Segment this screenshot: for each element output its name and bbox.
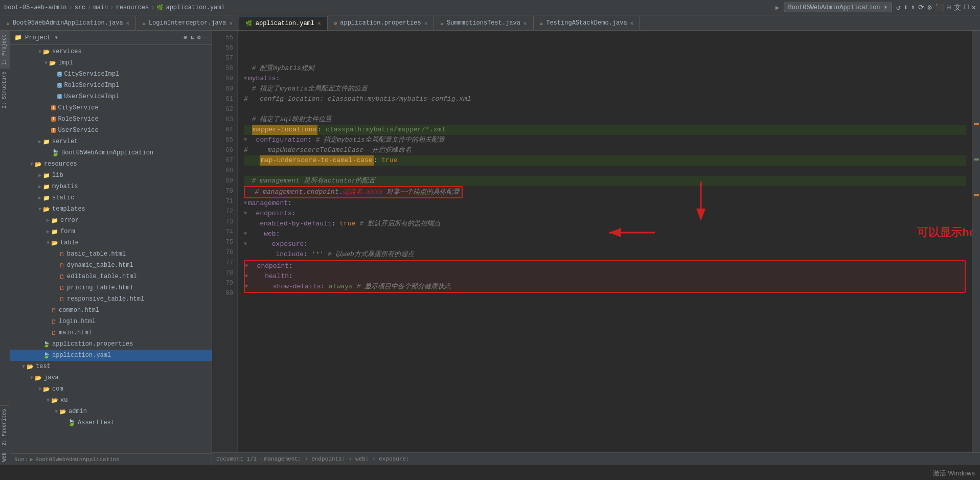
close-tab-boot05[interactable]: ✕: [126, 20, 130, 27]
close-tab-summy[interactable]: ✕: [523, 20, 527, 27]
file-tree: ▼ 📂 services ▼ 📂 Impl C CityServiceImpl: [10, 45, 212, 453]
maximize-icon[interactable]: □: [964, 3, 968, 12]
download-icon[interactable]: ⬇: [903, 3, 907, 12]
tab-yaml[interactable]: 🌿 application.yaml ✕: [239, 16, 328, 30]
tree-pricing-table[interactable]: 🗋 pricing_table.html: [10, 282, 212, 293]
tree-dynamic-table[interactable]: 🗋 dynamic_table.html: [10, 260, 212, 271]
upload-icon[interactable]: ⬆: [911, 3, 915, 12]
tree-roleimpl[interactable]: C RoleServiceImpl: [10, 80, 212, 91]
close-tab-yaml[interactable]: ✕: [317, 20, 321, 27]
folder-icon-xu: 📂: [51, 397, 58, 404]
breadcrumb-part-1[interactable]: boot-05-web-admin: [4, 4, 66, 11]
tree-cityimpl[interactable]: C CityServiceImpl: [10, 68, 212, 80]
tree-boot05app[interactable]: 🍃 Boot05WebAdminApplication: [10, 147, 212, 158]
breadcrumb-part-3[interactable]: main: [93, 4, 108, 11]
tab-label-login: LoginInterceptor.java: [149, 19, 226, 27]
tree-xu[interactable]: ▼ 📂 xu: [10, 395, 212, 406]
label-pricing-table: pricing_table.html: [67, 284, 133, 291]
close-icon[interactable]: ✕: [972, 3, 976, 12]
code-line-76: include: '*' # 以web方式暴露所有的端点: [244, 249, 966, 260]
tree-asserttest[interactable]: 🍃 AssertTest: [10, 417, 212, 428]
app-name-badge[interactable]: Boot05WebAdminApplication ▾: [784, 3, 892, 12]
fold-74[interactable]: ▼: [244, 229, 247, 239]
code-content[interactable]: # 配置mybatis规则 ▼ mybatis: # 指定了mybatis全局配…: [238, 31, 972, 452]
minimize-icon[interactable]: ⊟: [947, 3, 951, 12]
structure-tab[interactable]: 2: Structure: [0, 68, 10, 111]
top-bar: boot-05-web-admin › src › main › resourc…: [0, 0, 980, 15]
tree-editable-table[interactable]: 🗋 editable_table.html: [10, 271, 212, 282]
tree-java[interactable]: ▼ 📂 java: [10, 372, 212, 383]
breadcrumb-part-4[interactable]: resources: [116, 4, 149, 11]
fold-72[interactable]: ▼: [244, 209, 247, 219]
tree-roleservice[interactable]: I RoleService: [10, 113, 212, 125]
sep1: ›: [69, 4, 72, 11]
key-enabled: enabled-by-default: [260, 219, 331, 229]
settings-icon[interactable]: ⚙: [197, 34, 201, 41]
breadcrumb-part-5[interactable]: application.yaml: [166, 4, 224, 11]
tree-login-html[interactable]: 🗋 login.html: [10, 316, 212, 327]
fold-65[interactable]: ▼: [244, 135, 247, 145]
tree-userimpl[interactable]: C UserServiceImpl: [10, 91, 212, 102]
fold-77[interactable]: ▼: [245, 261, 248, 271]
fold-78[interactable]: ▼: [245, 271, 248, 282]
close-tab-login[interactable]: ✕: [229, 20, 233, 27]
folder-icon-resources: 📂: [35, 161, 42, 168]
close-tab-testing[interactable]: ✕: [630, 20, 634, 27]
tree-mybatis[interactable]: ▶ 📁 mybatis: [10, 181, 212, 192]
fold-71[interactable]: ▼: [244, 198, 247, 209]
fold-59[interactable]: ▼: [244, 74, 247, 84]
project-tab[interactable]: 1: Project: [0, 31, 10, 68]
tree-main-html[interactable]: 🗋 main.html: [10, 327, 212, 338]
java-icon-3: ☕: [440, 20, 444, 27]
label-mybatis: mybatis: [52, 183, 78, 190]
close-tab-properties[interactable]: ✕: [424, 20, 428, 27]
tree-admin[interactable]: ▼ 📂 admin: [10, 406, 212, 417]
tab-summy[interactable]: ☕ SummmptionsTest.java ✕: [434, 16, 533, 30]
tab-label-properties: application.properties: [340, 19, 421, 27]
tree-com[interactable]: ▼ 📂 com: [10, 383, 212, 395]
label-cityservice: CityService: [58, 104, 98, 111]
tree-app-yaml[interactable]: 🍃 application.yaml: [10, 350, 212, 361]
run-app-name[interactable]: Boot05WebAdminApplication: [35, 456, 120, 463]
tree-impl[interactable]: ▼ 📂 Impl: [10, 57, 212, 68]
collapse-icon[interactable]: ⇅: [190, 34, 194, 41]
doc-status: Document 1/1: [216, 456, 257, 462]
tab-boot05[interactable]: ☕ Boot05WebAdminApplication.java ✕: [0, 16, 136, 30]
label-roleimpl: RoleServiceImpl: [64, 82, 119, 89]
tree-static[interactable]: ▶ 📁 static: [10, 192, 212, 203]
tree-cityservice[interactable]: I CityService: [10, 102, 212, 113]
tab-properties[interactable]: ⚙ application.properties ✕: [328, 16, 435, 30]
locate-icon[interactable]: ⊕: [184, 34, 187, 41]
tree-table[interactable]: ▼ 📂 table: [10, 237, 212, 248]
status-sep-1: ›: [259, 456, 262, 462]
tree-resources[interactable]: ▼ 📂 resources: [10, 158, 212, 170]
breadcrumb-part-2[interactable]: src: [75, 4, 86, 11]
favorites-tab[interactable]: 2: Favorites: [0, 405, 9, 449]
tree-form[interactable]: ▶ 📁 form: [10, 226, 212, 237]
refresh-icon[interactable]: ↺: [896, 3, 900, 12]
tree-basic-table[interactable]: 🗋 basic_table.html: [10, 248, 212, 260]
tree-test[interactable]: ▼ 📂 test: [10, 361, 212, 372]
tree-responsive-table[interactable]: 🗋 responsive_table.html: [10, 293, 212, 305]
label-admin: admin: [69, 408, 87, 415]
web-tab[interactable]: Web: [0, 449, 9, 465]
tree-userservice[interactable]: I UserService: [10, 125, 212, 136]
stop-icon[interactable]: ⬛: [935, 3, 944, 12]
tab-testing[interactable]: ☕ TestingAStackDemo.java ✕: [534, 16, 641, 30]
tree-templates[interactable]: ▼ 📂 templates: [10, 203, 212, 215]
sync-icon[interactable]: ⟳: [918, 3, 924, 12]
tree-servlet[interactable]: ▶ 📁 servlet: [10, 136, 212, 147]
fold-75[interactable]: ▼: [244, 239, 247, 249]
label-table: table: [60, 239, 79, 246]
folder-icon-error: 📁: [51, 217, 58, 224]
fold-79[interactable]: ▼: [245, 282, 248, 292]
tree-services[interactable]: ▼ 📂 services: [10, 46, 212, 57]
tab-login[interactable]: ☕ LoginInterceptor.java ✕: [136, 16, 239, 30]
tree-error[interactable]: ▶ 📁 error: [10, 215, 212, 226]
label-test: test: [36, 363, 51, 370]
tree-lib[interactable]: ▶ 📁 lib: [10, 170, 212, 181]
tree-common-html[interactable]: 🗋 common.html: [10, 305, 212, 316]
hide-icon[interactable]: ─: [204, 34, 208, 41]
tree-app-properties[interactable]: 🍃 application.properties: [10, 338, 212, 350]
gear-icon[interactable]: ⚙: [927, 3, 931, 12]
